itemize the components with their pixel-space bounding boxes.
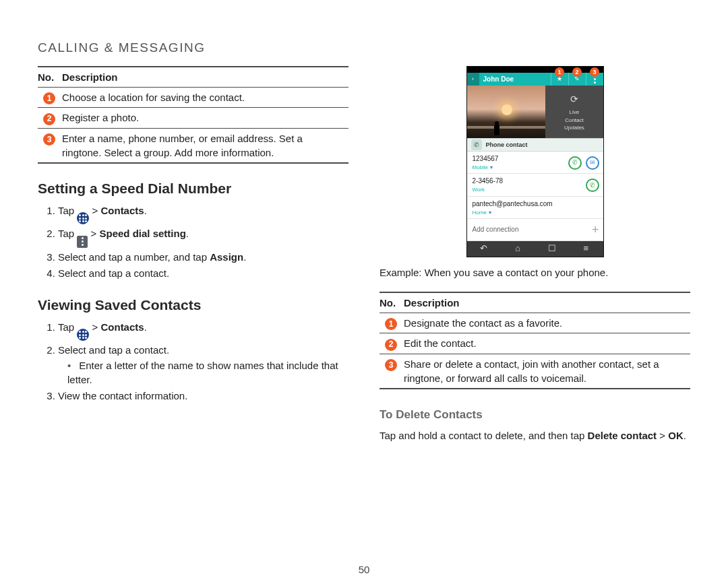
text-bold: OK	[668, 430, 684, 441]
callout-icon: 3	[590, 67, 599, 77]
overflow-menu-icon	[77, 236, 88, 248]
callout-icon: 1	[555, 67, 564, 77]
th-desc: Description	[62, 67, 348, 87]
table-row: 2 Register a photo.	[38, 108, 348, 127]
text: Contact	[564, 117, 584, 124]
phone-statusbar	[467, 67, 603, 73]
table-header-row: No. Description	[380, 293, 690, 313]
back-button[interactable]: ‹	[467, 73, 479, 86]
call-button[interactable]: ✆	[586, 178, 599, 192]
desc-cell: Choose a location for saving the contact…	[62, 88, 348, 107]
text: .	[684, 430, 686, 441]
text: .	[186, 228, 189, 239]
primary-tag-icon: ▾	[489, 209, 491, 216]
phone-header: ‹ John Doe 1 ★ 2 ✎ 3	[467, 73, 603, 86]
primary-tag-icon: ▾	[490, 164, 493, 171]
list-row-email[interactable]: pantech@pantechusa.com Home▾	[467, 197, 603, 219]
callout-icon: 3	[43, 133, 55, 145]
contact-fields-list: 1234567 Mobile▾ ✆ ✉ 2-3456-78 Work ✆	[467, 152, 603, 241]
right-description-table: No. Description 1 Designate the contact …	[380, 293, 690, 389]
favorite-button[interactable]: 1 ★	[551, 73, 568, 86]
right-column: ‹ John Doe 1 ★ 2 ✎ 3	[380, 66, 690, 445]
field-label: Mobile	[473, 164, 489, 171]
steps-view-saved: Tap > Contacts. Select and tap a contact…	[38, 320, 348, 403]
hero-row: ⟳ Live Contact Updates	[467, 86, 603, 138]
list-row-work[interactable]: 2-3456-78 Work ✆	[467, 174, 603, 196]
text: >	[92, 321, 101, 333]
text: Select and tap a contact.	[58, 344, 169, 356]
columns: No. Description 1 Choose a location for …	[38, 66, 690, 445]
call-button[interactable]: ✆	[568, 156, 582, 170]
list-row-mobile[interactable]: 1234567 Mobile▾ ✆ ✉	[467, 152, 603, 174]
plus-icon: +	[592, 222, 599, 238]
nav-back-icon[interactable]: ↶	[475, 242, 493, 255]
text: Select and tap a number, and tap	[58, 251, 210, 263]
table-row: 2 Edit the contact.	[380, 333, 690, 353]
phone-navbar: ↶ ⌂ ☐ ≡	[467, 241, 603, 257]
list-item-sub: Enter a letter of the name to show names…	[67, 358, 348, 387]
list-item: Select and tap a number, and tap Assign.	[58, 250, 348, 264]
field-value: 1234567	[473, 154, 564, 164]
contacts-app-icon	[77, 212, 89, 224]
left-column: No. Description 1 Choose a location for …	[38, 66, 348, 445]
nav-menu-icon[interactable]: ≡	[576, 242, 595, 255]
contact-name-label: John Doe	[479, 73, 551, 86]
text: Tap	[58, 321, 77, 333]
th-no: No.	[380, 293, 404, 313]
list-item: Select and tap a contact.	[58, 266, 348, 280]
field-value: pantech@pantechusa.com	[473, 199, 599, 209]
text: >	[657, 430, 668, 441]
list-item: Tap > Speed dial setting.	[58, 226, 348, 248]
text: Live	[564, 108, 584, 116]
callout-icon: 3	[385, 359, 397, 371]
phone-screenshot: ‹ John Doe 1 ★ 2 ✎ 3	[466, 66, 604, 257]
table-row: 3 Share or delete a contact, join with a…	[380, 354, 690, 388]
heading-delete-contacts: To Delete Contacts	[380, 407, 690, 423]
screenshot-caption: Example: When you save a contact on your…	[380, 265, 690, 280]
callout-icon: 1	[385, 318, 397, 330]
list-item: Tap > Contacts.	[58, 203, 348, 224]
callout-icon: 1	[43, 92, 55, 104]
steps-speed-dial: Tap > Contacts. Tap > Speed dial setting…	[38, 203, 348, 280]
field-value: 2-3456-78	[473, 176, 582, 186]
text: >	[91, 228, 100, 239]
desc-cell: Enter a name, phone number, or email add…	[62, 129, 348, 162]
text-bold: Speed dial setting	[99, 228, 185, 239]
table-row: 1 Choose a location for saving the conta…	[38, 88, 348, 107]
left-description-table: No. Description 1 Choose a location for …	[38, 67, 348, 164]
text: Tap	[58, 205, 77, 216]
overflow-menu-button[interactable]: 3	[586, 73, 603, 86]
field-label: Home	[473, 209, 487, 216]
table-row: 1 Designate the contact as a favorite.	[380, 313, 690, 333]
table-header-row: No. Description	[38, 67, 348, 87]
heading-view-saved: Viewing Saved Contacts	[38, 295, 348, 315]
contacts-app-icon	[77, 329, 89, 341]
desc-cell: Designate the contact as a favorite.	[404, 313, 690, 333]
callout-icon: 2	[572, 67, 582, 77]
handset-icon: ✆	[471, 139, 482, 150]
add-connection-row[interactable]: Add connection +	[467, 219, 603, 241]
edit-button[interactable]: 2 ✎	[568, 73, 586, 86]
text-bold: Contacts	[100, 205, 144, 216]
apps-grid-icon	[79, 331, 87, 339]
text: Tap	[58, 228, 77, 239]
contact-photo[interactable]	[467, 86, 546, 138]
nav-home-icon[interactable]: ⌂	[508, 242, 527, 255]
text: .	[144, 205, 147, 216]
text: >	[92, 205, 101, 216]
field-label: Work	[473, 186, 485, 193]
heading-speed-dial: Setting a Speed Dial Number	[38, 178, 348, 198]
page-number: 50	[0, 564, 728, 575]
desc-cell: Share or delete a contact, join with ano…	[404, 354, 690, 388]
message-button[interactable]: ✉	[586, 156, 599, 170]
apps-grid-icon	[79, 214, 87, 222]
text-bold: Delete contact	[588, 430, 657, 441]
section-label: Phone contact	[486, 141, 528, 150]
nav-recent-icon[interactable]: ☐	[543, 242, 562, 255]
live-updates-tile[interactable]: ⟳ Live Contact Updates	[545, 86, 603, 138]
th-no: No.	[38, 67, 62, 87]
desc-cell: Edit the contact.	[404, 333, 690, 353]
callout-icon: 2	[43, 113, 55, 125]
list-item: View the contact information.	[58, 389, 348, 403]
desc-cell: Register a photo.	[62, 108, 348, 127]
